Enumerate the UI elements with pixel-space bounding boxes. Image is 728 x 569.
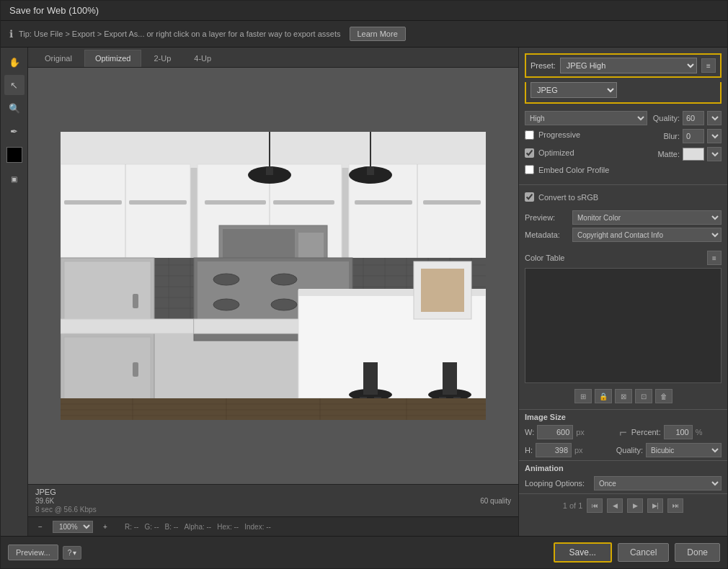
last-frame-btn[interactable]: ⏭ — [667, 498, 683, 513]
embed-color-checkbox[interactable] — [525, 165, 534, 174]
help-button[interactable]: ? ▾ — [63, 546, 82, 560]
ct-map-btn[interactable]: ⊞ — [574, 389, 592, 403]
svg-rect-52 — [133, 362, 138, 377]
svg-rect-64 — [363, 362, 378, 395]
quality-main-row: High Low Medium Maximum Quality: ▾ — [525, 111, 722, 125]
convert-srgb-label: Convert to sRGB — [538, 193, 598, 202]
done-button[interactable]: Done — [675, 543, 720, 562]
toggle-tool[interactable]: ▣ — [4, 169, 25, 189]
matte-dropdown[interactable]: ▾ — [707, 147, 722, 161]
zoom-tool[interactable]: 🔍 — [4, 98, 25, 118]
optimized-checkbox[interactable] — [525, 148, 534, 158]
svg-rect-53 — [61, 319, 194, 333]
tab-optimized[interactable]: Optimized — [84, 50, 142, 67]
svg-rect-20 — [367, 166, 374, 175]
image-format: JPEG — [35, 488, 97, 496]
preview-button[interactable]: Preview... — [8, 545, 58, 560]
svg-rect-68 — [443, 362, 457, 395]
percent-input[interactable] — [664, 425, 693, 439]
color-swatch[interactable] — [6, 147, 22, 163]
learn-more-button[interactable]: Learn More — [350, 27, 406, 41]
embed-color-label: Embed Color Profile — [538, 166, 609, 174]
zoom-in-btn[interactable]: + — [99, 520, 112, 533]
svg-rect-15 — [355, 200, 412, 205]
progressive-label: Progressive — [538, 130, 580, 139]
svg-rect-18 — [266, 166, 273, 175]
pct-symbol: % — [696, 428, 703, 436]
footer-bar: Preview... ? ▾ Save... Cancel Done — [1, 536, 727, 568]
format-select[interactable]: JPEG PNG-8 PNG-24 GIF — [531, 82, 617, 98]
optimized-label: Optimized — [538, 148, 574, 157]
eyedropper-tool[interactable]: ✒ — [4, 121, 25, 141]
save-button[interactable]: Save... — [554, 542, 612, 563]
zoom-bar: − 100% 50% 200% + R: -- G: -- B: -- Alph… — [28, 516, 518, 536]
hand-tool[interactable]: ✋ — [4, 52, 25, 72]
height-input[interactable] — [536, 443, 572, 457]
quality-input[interactable] — [683, 111, 704, 125]
percent-label: Percent: — [631, 428, 661, 436]
play-btn[interactable]: ▶ — [627, 498, 643, 513]
ct-lock-btn[interactable]: 🔒 — [595, 389, 612, 403]
image-area — [28, 68, 518, 484]
left-toolbar: ✋ ↖ 🔍 ✒ ▣ — [1, 48, 28, 536]
main-content: ✋ ↖ 🔍 ✒ ▣ Original Optimized 2-Up 4-Up — [1, 48, 727, 536]
tab-4up[interactable]: 4-Up — [183, 50, 222, 67]
right-panel: Preset: JPEG High JPEG Low JPEG Medium P… — [518, 48, 727, 536]
tab-original[interactable]: Original — [34, 50, 83, 67]
svg-rect-16 — [423, 200, 481, 205]
quality-dropdown[interactable]: ▾ — [707, 111, 722, 125]
looping-row: Looping Options: Once Forever Other... — [525, 476, 722, 490]
image-size: 39.6K — [35, 497, 97, 505]
window-title: Save for Web (100%) — [9, 5, 99, 16]
preset-row: Preset: JPEG High JPEG Low JPEG Medium P… — [525, 53, 722, 78]
height-px: px — [574, 446, 583, 454]
svg-rect-71 — [61, 398, 486, 420]
looping-select[interactable]: Once Forever Other... — [594, 476, 722, 490]
embed-color-row: Embed Color Profile — [525, 165, 722, 174]
zoom-out-btn[interactable]: − — [34, 520, 47, 533]
channel-b: B: -- — [164, 523, 178, 531]
svg-rect-5 — [129, 200, 187, 205]
preset-section: Preset: JPEG High JPEG Low JPEG Medium P… — [519, 48, 727, 108]
image-info-bar: JPEG 39.6K 8 sec @ 56.6 Kbps 60 quality — [28, 484, 518, 516]
blur-input[interactable] — [683, 129, 704, 143]
quality-resample-label: Quality: — [616, 446, 643, 454]
color-table-menu-btn[interactable]: ≡ — [707, 251, 722, 265]
matte-swatch[interactable] — [683, 148, 704, 161]
tab-2up[interactable]: 2-Up — [143, 50, 182, 67]
tabs-bar: Original Optimized 2-Up 4-Up — [28, 48, 518, 68]
color-table-header: Color Table ≡ — [525, 251, 722, 265]
progressive-checkbox[interactable] — [525, 130, 534, 140]
ct-web-btn[interactable]: ⊡ — [635, 389, 652, 403]
svg-point-58 — [213, 299, 239, 310]
width-input[interactable] — [537, 425, 573, 439]
ct-key-btn[interactable]: ⊠ — [615, 389, 632, 403]
svg-point-56 — [213, 274, 239, 285]
image-speed: 8 sec @ 56.6 Kbps — [35, 506, 97, 514]
preset-menu-btn[interactable]: ≡ — [701, 58, 716, 73]
convert-srgb-checkbox[interactable] — [525, 192, 534, 202]
first-frame-btn[interactable]: ⏮ — [587, 498, 603, 513]
preview-row: Preview: Monitor Color Legacy Macintosh … — [525, 210, 722, 225]
help-icon: ? — [68, 549, 72, 557]
height-label: H: — [525, 446, 533, 454]
metadata-select[interactable]: Copyright and Contact Info None Copyrigh… — [572, 228, 722, 242]
quality-preset-select[interactable]: High Low Medium Maximum — [525, 111, 647, 125]
quality-label: Quality: — [653, 114, 680, 122]
select-tool[interactable]: ↖ — [4, 75, 25, 95]
preset-select[interactable]: JPEG High JPEG Low JPEG Medium PNG-8 PNG… — [560, 58, 697, 73]
ct-delete-btn[interactable]: 🗑 — [655, 389, 672, 403]
divider-1 — [519, 184, 727, 185]
preview-select[interactable]: Monitor Color Legacy Macintosh Internet … — [572, 210, 722, 225]
blur-dropdown[interactable]: ▾ — [707, 129, 722, 143]
resample-select[interactable]: Bicubic Bilinear Nearest Neighbor — [646, 443, 722, 457]
svg-rect-51 — [133, 294, 138, 308]
prev-frame-btn[interactable]: ◀ — [607, 498, 623, 513]
zoom-select[interactable]: 100% 50% 200% — [53, 521, 93, 533]
svg-rect-4 — [64, 200, 122, 205]
canvas-panel: Original Optimized 2-Up 4-Up — [28, 48, 518, 536]
color-table-area — [525, 268, 722, 383]
next-frame-btn[interactable]: ▶| — [647, 498, 663, 513]
help-dropdown-icon: ▾ — [73, 549, 76, 557]
cancel-button[interactable]: Cancel — [618, 543, 669, 562]
